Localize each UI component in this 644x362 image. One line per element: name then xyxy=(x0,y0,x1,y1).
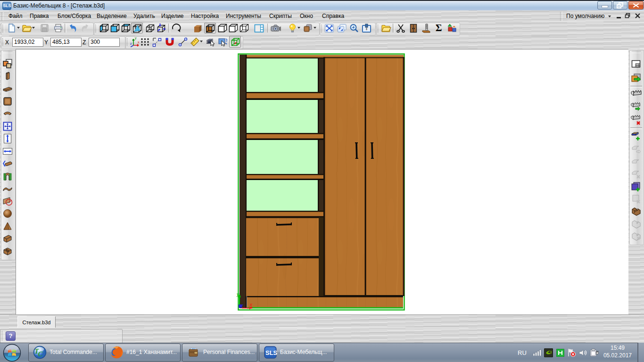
svg-text:y: y xyxy=(236,292,239,297)
svg-text:y: y xyxy=(135,37,137,40)
svg-text:z: z xyxy=(240,303,243,308)
svg-text:z: z xyxy=(130,42,132,45)
svg-text:C: C xyxy=(38,350,43,358)
svg-text:SLS: SLS xyxy=(265,349,277,356)
svg-text:x: x xyxy=(249,302,253,307)
